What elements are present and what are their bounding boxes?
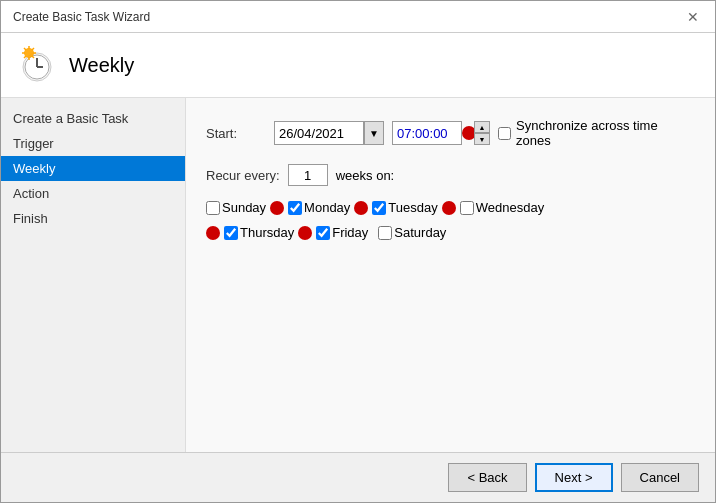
wizard-icon	[17, 45, 57, 85]
day-wednesday: Wednesday	[460, 200, 544, 215]
thursday-dot	[206, 226, 220, 240]
recur-input[interactable]	[288, 164, 328, 186]
monday-label: Monday	[304, 200, 350, 215]
svg-line-11	[32, 48, 34, 50]
monday-checkbox[interactable]	[288, 201, 302, 215]
sunday-checkbox[interactable]	[206, 201, 220, 215]
date-group: ▼	[274, 121, 384, 145]
header: Weekly	[1, 33, 715, 98]
days-row-1: Sunday Monday Tuesday Wednesd	[206, 200, 695, 215]
cancel-button[interactable]: Cancel	[621, 463, 699, 492]
sidebar-item-create-basic-task[interactable]: Create a Basic Task	[1, 106, 185, 131]
back-button[interactable]: < Back	[448, 463, 526, 492]
day-saturday: Saturday	[378, 225, 446, 240]
recur-label: Recur every:	[206, 168, 280, 183]
dialog-title: Create Basic Task Wizard	[13, 10, 150, 24]
tuesday-dot	[354, 201, 368, 215]
monday-dot	[270, 201, 284, 215]
tuesday-label: Tuesday	[388, 200, 437, 215]
calendar-button[interactable]: ▼	[364, 121, 384, 145]
content: Create a Basic Task Trigger Weekly Actio…	[1, 98, 715, 452]
wednesday-checkbox[interactable]	[460, 201, 474, 215]
sync-checkbox[interactable]	[498, 127, 511, 140]
footer: < Back Next > Cancel	[1, 452, 715, 502]
sync-group: Synchronize across time zones	[498, 118, 695, 148]
page-title: Weekly	[69, 54, 134, 77]
days-row-2: Thursday Friday Saturday	[206, 225, 695, 240]
start-label: Start:	[206, 126, 266, 141]
day-thursday: Thursday	[224, 225, 294, 240]
sidebar-item-finish[interactable]: Finish	[1, 206, 185, 231]
wednesday-dot	[442, 201, 456, 215]
sidebar-item-weekly[interactable]: Weekly	[1, 156, 185, 181]
sidebar-item-trigger[interactable]: Trigger	[1, 131, 185, 156]
tuesday-checkbox[interactable]	[372, 201, 386, 215]
main-content: Start: ▼ ▲ ▼ Synchronize across time zon…	[186, 98, 715, 452]
next-button[interactable]: Next >	[535, 463, 613, 492]
friday-dot	[298, 226, 312, 240]
spin-up-button[interactable]: ▲	[474, 121, 490, 133]
weeks-on-label: weeks on:	[336, 168, 395, 183]
time-group: ▲ ▼	[392, 121, 490, 145]
friday-label: Friday	[332, 225, 368, 240]
thursday-checkbox[interactable]	[224, 226, 238, 240]
day-monday: Monday	[288, 200, 350, 215]
sidebar: Create a Basic Task Trigger Weekly Actio…	[1, 98, 186, 452]
spin-down-button[interactable]: ▼	[474, 133, 490, 145]
dialog: Create Basic Task Wizard ✕	[0, 0, 716, 503]
recur-row: Recur every: weeks on:	[206, 164, 695, 186]
friday-checkbox[interactable]	[316, 226, 330, 240]
sync-label: Synchronize across time zones	[516, 118, 695, 148]
wednesday-label: Wednesday	[476, 200, 544, 215]
saturday-checkbox[interactable]	[378, 226, 392, 240]
title-bar: Create Basic Task Wizard ✕	[1, 1, 715, 33]
close-button[interactable]: ✕	[683, 9, 703, 25]
day-friday: Friday	[316, 225, 368, 240]
start-row: Start: ▼ ▲ ▼ Synchronize across time zon…	[206, 118, 695, 148]
thursday-label: Thursday	[240, 225, 294, 240]
sunday-label: Sunday	[222, 200, 266, 215]
date-input[interactable]	[274, 121, 364, 145]
day-sunday: Sunday	[206, 200, 266, 215]
time-input[interactable]	[392, 121, 462, 145]
time-spinner: ▲ ▼	[474, 121, 490, 145]
svg-line-12	[24, 56, 26, 58]
svg-line-9	[24, 48, 26, 50]
sidebar-item-action[interactable]: Action	[1, 181, 185, 206]
day-tuesday: Tuesday	[372, 200, 437, 215]
saturday-label: Saturday	[394, 225, 446, 240]
